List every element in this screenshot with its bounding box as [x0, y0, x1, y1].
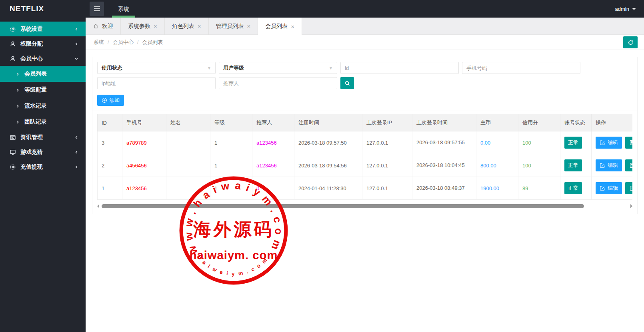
news-icon [10, 134, 16, 141]
cell-last-ip: 127.0.0.1 [362, 131, 412, 154]
chevron-left-icon [74, 165, 78, 169]
breadcrumb-member-list: 会员列表 [142, 39, 163, 46]
column-header: 信用分 [518, 114, 560, 131]
sidebar-item-member-center[interactable]: 会员中心 [0, 51, 86, 66]
tab-label: 角色列表 [172, 23, 194, 30]
search-button[interactable] [340, 77, 354, 89]
scrollbar-thumb[interactable] [102, 204, 584, 208]
tab-close-icon[interactable]: × [154, 23, 157, 29]
edit-button[interactable]: 编辑 [596, 137, 622, 149]
chevron-down-icon [632, 8, 636, 12]
cell-last-time: 2026-03-18 09:57:55 [412, 131, 476, 154]
sidebar-item-label: 系统设置 [20, 26, 43, 33]
gear-icon [10, 164, 16, 170]
sidebar-subitem-flow-records[interactable]: 流水记录 [0, 98, 86, 114]
level-select-value: 用户等级 [223, 64, 244, 72]
edit-button[interactable]: 编辑 [596, 159, 622, 171]
sidebar-item-recharge-withdraw[interactable]: 充值提现 [0, 159, 86, 174]
member-table: ID手机号姓名等级推荐人注册时间上次登录IP上次登录时间主币信用分账号状态操作3… [97, 114, 632, 200]
status-badge[interactable]: 正常 [564, 182, 582, 194]
status-badge[interactable]: 正常 [564, 159, 582, 171]
referrer-input[interactable] [223, 80, 333, 86]
tab-member-list[interactable]: 会员列表× [258, 18, 302, 35]
tab-role-list[interactable]: 角色列表× [165, 18, 209, 35]
sidebar-subitem-level-config[interactable]: 等级配置 [0, 82, 86, 98]
column-header: 注册时间 [294, 114, 362, 131]
hamburger-button[interactable] [90, 2, 104, 16]
cell-credit: 89 [518, 177, 560, 200]
cell-operations: 编辑详情 [592, 177, 633, 200]
tab-bar: 欢迎系统参数×角色列表×管理员列表×会员列表× [86, 18, 644, 35]
tab-welcome[interactable]: 欢迎 [86, 18, 121, 35]
cell-status: 正常 [560, 177, 592, 200]
chevron-right-icon [16, 72, 20, 76]
horizontal-scrollbar [97, 203, 632, 209]
topnav-system[interactable]: 系统 [111, 0, 136, 18]
refresh-icon [628, 40, 634, 46]
cell-reg-time: 2024-01-04 11:28:30 [294, 177, 362, 200]
table-row: 3a7897891a1234562026-03-18 09:57:50127.0… [98, 131, 633, 154]
hamburger-icon [94, 6, 100, 12]
scrollbar-track[interactable] [101, 204, 628, 208]
status-select[interactable]: 使用状态 ▼ [97, 62, 216, 74]
sidebar-item-news-manage[interactable]: 资讯管理 [0, 130, 86, 145]
cell-reg-time: 2026-03-18 09:54:56 [294, 154, 362, 177]
cell-last-ip: 127.0.0.1 [362, 177, 412, 200]
sidebar-item-label: 会员中心 [20, 55, 43, 62]
chevron-right-icon [16, 104, 20, 108]
sidebar-subitem-team-records[interactable]: 团队记录 [0, 114, 86, 130]
table-row: 1a123456102024-01-04 11:28:30127.0.0.120… [98, 177, 633, 200]
divider [92, 111, 637, 111]
ip-field [97, 77, 216, 89]
edit-button[interactable]: 编辑 [596, 182, 622, 194]
tab-close-icon[interactable]: × [247, 23, 251, 29]
cell-name [166, 177, 210, 200]
referrer-field [219, 77, 337, 89]
user-menu[interactable]: admin [615, 6, 644, 12]
sidebar-item-permission-assign[interactable]: 权限分配 [0, 36, 86, 51]
cell-phone: a789789 [122, 131, 166, 154]
table-row: 2a4564561a1234562026-03-18 09:54:56127.0… [98, 154, 633, 177]
refresh-button[interactable] [623, 36, 638, 48]
tab-label: 会员列表 [265, 23, 288, 30]
document-icon [629, 140, 632, 145]
detail-button[interactable]: 详情 [625, 182, 632, 194]
edit-icon [600, 185, 605, 191]
tab-close-icon[interactable]: × [198, 23, 201, 29]
detail-button[interactable]: 详情 [625, 137, 632, 149]
user-icon [10, 41, 16, 47]
cell-id: 1 [98, 177, 122, 200]
tab-system-params[interactable]: 系统参数× [121, 18, 165, 35]
column-header: 手机号 [122, 114, 166, 131]
cell-status: 正常 [560, 131, 592, 154]
sidebar-item-system-settings[interactable]: 系统设置 [0, 22, 86, 36]
scroll-left-arrow[interactable] [97, 204, 99, 208]
sidebar: 系统设置权限分配会员中心会员列表等级配置流水记录团队记录资讯管理游戏竞猜充值提现 [0, 18, 86, 332]
username: admin [615, 6, 629, 12]
chevron-left-icon [74, 135, 78, 139]
breadcrumb-member-center[interactable]: 会员中心 [113, 39, 134, 46]
add-button[interactable]: 添加 [97, 95, 124, 106]
sidebar-subitem-member-list[interactable]: 会员列表 [0, 66, 86, 82]
id-input[interactable] [345, 65, 454, 71]
cell-id: 3 [98, 131, 122, 154]
phone-input[interactable] [466, 65, 576, 71]
gear-icon [10, 26, 16, 32]
column-header: ID [98, 114, 122, 131]
level-select[interactable]: 用户等级 ▼ [219, 62, 337, 74]
edit-icon [600, 163, 605, 168]
ip-input[interactable] [102, 80, 211, 86]
detail-button[interactable]: 详情 [625, 159, 632, 171]
sidebar-item-label: 会员列表 [24, 70, 47, 78]
column-header: 姓名 [166, 114, 210, 131]
tab-admin-list[interactable]: 管理员列表× [209, 18, 258, 35]
sidebar-item-game-guess[interactable]: 游戏竞猜 [0, 145, 86, 159]
breadcrumb-system[interactable]: 系统 [94, 39, 104, 46]
cell-last-time: 2026-03-18 08:49:37 [412, 177, 476, 200]
chevron-right-icon [16, 120, 20, 124]
scroll-right-arrow[interactable] [630, 204, 632, 208]
tab-close-icon[interactable]: × [291, 24, 294, 30]
cell-name [166, 131, 210, 154]
status-badge[interactable]: 正常 [564, 137, 582, 149]
edit-icon [600, 140, 605, 145]
